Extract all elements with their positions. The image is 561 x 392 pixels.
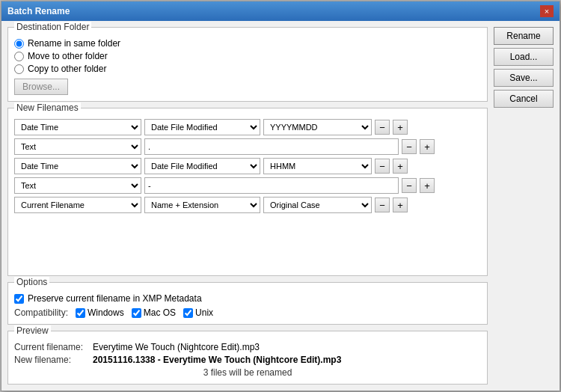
save-button[interactable]: Save...: [494, 69, 554, 87]
new-filename-value: 20151116.1338 - Everytime We Touch (Nigh…: [93, 355, 341, 365]
compat-macos[interactable]: Mac OS: [132, 307, 176, 318]
row1-minus-button[interactable]: −: [375, 120, 390, 135]
row4-plus-button[interactable]: +: [420, 178, 435, 193]
current-filename-row: Current filename: Everytime We Touch (Ni…: [14, 342, 481, 352]
radio-copy-input[interactable]: [14, 64, 24, 74]
current-filename-value: Everytime We Touch (Nightcore Edit).mp3: [93, 342, 260, 352]
row3-col2-select[interactable]: Date File Modified: [144, 158, 260, 174]
filename-rows: Date Time Date File Modified YYYYMMDD − …: [14, 119, 481, 213]
compat-macos-checkbox[interactable]: [132, 308, 141, 318]
dialog-title: Batch Rename: [7, 6, 70, 16]
filename-row-2: Text − +: [14, 138, 481, 155]
new-filenames-section: New Filenames Date Time Date File Modifi…: [7, 108, 488, 276]
compat-unix[interactable]: Unix: [183, 307, 213, 318]
row1-col3-select[interactable]: YYYYMMDD: [263, 119, 372, 135]
radio-copy-folder[interactable]: Copy to other folder: [14, 64, 481, 74]
row3-col1-select[interactable]: Date Time: [14, 158, 141, 174]
destination-radio-group: Rename in same folder Move to other fold…: [14, 38, 481, 74]
radio-move-folder[interactable]: Move to other folder: [14, 51, 481, 61]
row2-plus-button[interactable]: +: [420, 139, 435, 154]
batch-rename-dialog: Batch Rename × Destination Folder Rename…: [1, 1, 560, 391]
preview-label: Preview: [14, 325, 51, 336]
row5-col1-select[interactable]: Current Filename: [14, 197, 141, 213]
row5-col2-select[interactable]: Name + Extension: [144, 197, 260, 213]
row4-col1-select[interactable]: Text: [14, 177, 141, 194]
compat-row: Compatibility: Windows Mac OS Unix: [14, 307, 481, 318]
options-label: Options: [14, 277, 49, 287]
preserve-checkbox[interactable]: [14, 294, 24, 304]
row5-minus-button[interactable]: −: [375, 197, 390, 212]
cancel-button[interactable]: Cancel: [494, 90, 554, 108]
browse-button[interactable]: Browse...: [14, 79, 68, 95]
radio-move-input[interactable]: [14, 52, 24, 61]
row3-plus-button[interactable]: +: [393, 159, 408, 174]
compat-windows[interactable]: Windows: [76, 307, 124, 318]
compat-unix-checkbox[interactable]: [183, 308, 193, 318]
new-filename-row: New filename: 20151116.1338 - Everytime …: [14, 355, 481, 365]
row5-col3-select[interactable]: Original Case: [263, 197, 372, 213]
filename-row-1: Date Time Date File Modified YYYYMMDD − …: [14, 119, 481, 135]
current-filename-key: Current filename:: [14, 342, 89, 352]
files-count: 3 files will be renamed: [14, 367, 481, 378]
row4-text-input[interactable]: [144, 177, 399, 194]
row1-plus-button[interactable]: +: [393, 120, 408, 135]
preview-section: Preview Current filename: Everytime We T…: [7, 331, 488, 385]
row2-minus-button[interactable]: −: [402, 139, 417, 154]
row1-col2-select[interactable]: Date File Modified: [144, 119, 260, 135]
row3-col3-select[interactable]: HHMM: [263, 158, 372, 174]
rename-button[interactable]: Rename: [494, 27, 554, 45]
compat-label: Compatibility:: [14, 307, 68, 318]
filename-row-5: Current Filename Name + Extension Origin…: [14, 197, 481, 213]
radio-same-input[interactable]: [14, 39, 24, 49]
title-bar: Batch Rename ×: [1, 1, 560, 21]
destination-section: Destination Folder Rename in same folder…: [7, 27, 488, 102]
filename-row-3: Date Time Date File Modified HHMM − +: [14, 158, 481, 174]
close-button[interactable]: ×: [540, 5, 554, 17]
radio-same-folder[interactable]: Rename in same folder: [14, 38, 481, 49]
row3-minus-button[interactable]: −: [375, 159, 390, 174]
preserve-label: Preserve current filename in XMP Metadat…: [28, 293, 202, 304]
row4-minus-button[interactable]: −: [402, 178, 417, 193]
options-section: Options Preserve current filename in XMP…: [7, 282, 488, 325]
compat-windows-checkbox[interactable]: [76, 308, 85, 318]
filename-row-4: Text − +: [14, 177, 481, 194]
right-buttons: Rename Load... Save... Cancel: [494, 27, 554, 385]
new-filename-key: New filename:: [14, 355, 89, 365]
load-button[interactable]: Load...: [494, 48, 554, 66]
row1-col1-select[interactable]: Date Time: [14, 119, 141, 135]
preserve-checkbox-item: Preserve current filename in XMP Metadat…: [14, 293, 481, 304]
row2-text-input[interactable]: [144, 138, 399, 155]
row2-col1-select[interactable]: Text: [14, 138, 141, 155]
destination-label: Destination Folder: [14, 22, 91, 32]
row5-plus-button[interactable]: +: [393, 197, 408, 212]
new-filenames-label: New Filenames: [14, 102, 81, 113]
